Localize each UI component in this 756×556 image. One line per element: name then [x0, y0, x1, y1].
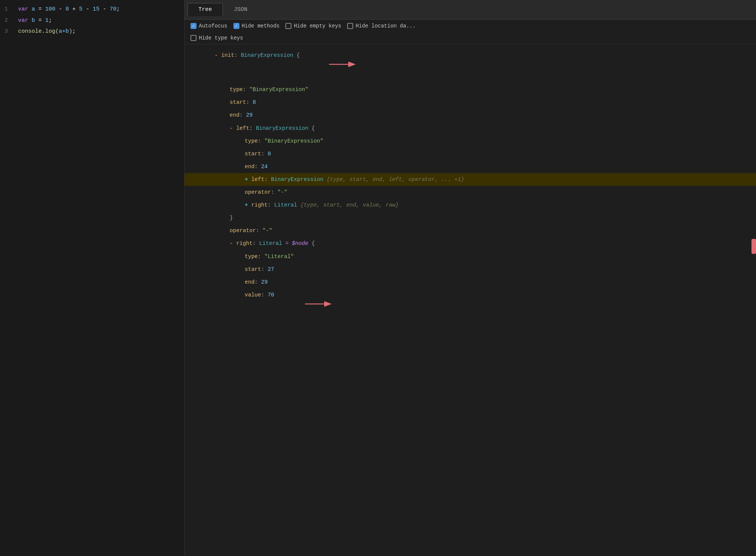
- checkbox-hide-methods[interactable]: ✓: [233, 23, 239, 29]
- arrow-annotation-1: [303, 50, 359, 82]
- plus-right-collapsed[interactable]: +: [245, 200, 248, 210]
- option-hide-location-data[interactable]: Hide location da...: [347, 23, 416, 29]
- dot: .: [42, 28, 45, 35]
- option-hide-methods-label: Hide methods: [242, 23, 280, 29]
- tree-row-left-collapsed: + left : BinaryExpression {type, start, …: [184, 173, 756, 186]
- colon-end-2: :: [255, 162, 261, 172]
- line-number-3: 3: [5, 27, 14, 36]
- colon-end-literal: :: [255, 277, 261, 287]
- arrow-svg-1: [329, 60, 359, 68]
- option-hide-type-keys-label: Hide type keys: [199, 35, 243, 41]
- val-type-1: "BinaryExpression": [249, 85, 308, 94]
- key-init: init: [218, 50, 235, 60]
- colon-operator-2: :: [256, 226, 262, 235]
- op-minus1: -: [55, 6, 66, 12]
- tree-row-init: - init : BinaryExpression {: [184, 49, 756, 83]
- checkbox-hide-empty-keys[interactable]: [285, 23, 291, 29]
- type-binary-expr-2: BinaryExpression: [256, 123, 308, 133]
- key-operator-1: operator: [245, 187, 271, 197]
- colon-right: :: [253, 239, 259, 248]
- log-fn: log: [45, 28, 55, 35]
- tree-row-end-2: end : 24: [184, 160, 756, 173]
- colon-type-1: :: [243, 85, 249, 94]
- editor-panel: 1 var a = 100 - 8 + 5 - 15 - 70; 2 var b…: [0, 0, 184, 556]
- colon-left-1: :: [249, 123, 256, 133]
- options-bar: ✓ Autofocus ✓ Hide methods Hide empty ke…: [184, 20, 756, 44]
- option-hide-type-keys[interactable]: Hide type keys: [191, 35, 750, 41]
- code-content-2: var b = 1;: [18, 16, 52, 26]
- semicolon2: ;: [49, 17, 52, 24]
- tree-row-start-literal: start : 27: [184, 263, 756, 276]
- ast-panel: Tree JSON ✓ Autofocus ✓ Hide methods Hid…: [184, 0, 756, 556]
- key-right: right: [233, 239, 253, 248]
- tab-bar: Tree JSON: [184, 0, 756, 20]
- collapsed-hint-left: {type, start, end, left, operator, ... +…: [323, 175, 464, 184]
- op-minus3: -: [99, 6, 110, 12]
- key-right-collapsed: right: [248, 200, 268, 210]
- num-5: 5: [79, 6, 82, 12]
- tree-row-end-literal: end : 29: [184, 276, 756, 289]
- args: a+b: [59, 28, 69, 35]
- option-hide-empty-keys-label: Hide empty keys: [294, 23, 341, 29]
- console-obj: console: [18, 28, 42, 35]
- tree-content[interactable]: - init : BinaryExpression { type :: [184, 44, 756, 556]
- plus-left-collapsed[interactable]: +: [245, 175, 248, 184]
- checkbox-hide-type-keys[interactable]: [191, 35, 197, 41]
- colon-start-2: :: [261, 149, 268, 159]
- minus-left-1[interactable]: -: [230, 123, 233, 133]
- val-end-1: 29: [246, 110, 253, 120]
- brace-open-1: {: [293, 50, 300, 60]
- key-operator-2: operator: [230, 226, 256, 235]
- key-end-1: end: [230, 110, 239, 120]
- val-end-literal: 29: [261, 277, 268, 287]
- num-100: 100: [45, 6, 55, 12]
- option-autofocus-label: Autofocus: [199, 23, 227, 29]
- tree-row-start-2: start : 8: [184, 147, 756, 160]
- tree-row-value-70: value : 70: [184, 289, 756, 323]
- arrow-svg-70: [305, 300, 335, 308]
- semicolon1: ;: [116, 6, 120, 12]
- minus-init[interactable]: -: [215, 50, 218, 60]
- colon-left-collapsed: :: [264, 175, 271, 184]
- paren-close: ): [69, 28, 72, 35]
- val-start-2: 8: [268, 149, 271, 159]
- keyword-var2: var: [18, 17, 32, 24]
- colon-right-collapsed: :: [268, 200, 274, 210]
- key-end-literal: end: [245, 277, 255, 287]
- num-15: 15: [93, 6, 99, 12]
- brace-close-1: }: [230, 213, 233, 223]
- checkbox-autofocus[interactable]: ✓: [191, 23, 197, 29]
- colon-type-literal: :: [258, 252, 264, 261]
- arrow-annotation-70: [279, 290, 335, 321]
- key-start-2: start: [245, 149, 261, 159]
- tab-json[interactable]: JSON: [223, 3, 258, 16]
- brace-open-right: {: [308, 239, 315, 248]
- val-start-1: 8: [253, 97, 256, 107]
- checkbox-hide-location-data[interactable]: [347, 23, 353, 29]
- code-line-3: 3 console.log(a+b);: [0, 26, 184, 37]
- key-left-collapsed: left: [248, 175, 265, 184]
- tree-row-left-1: - left : BinaryExpression {: [184, 122, 756, 135]
- option-hide-methods[interactable]: ✓ Hide methods: [233, 23, 280, 29]
- tab-tree[interactable]: Tree: [187, 3, 223, 16]
- colon-start-literal: :: [261, 264, 268, 274]
- colon-end-1: :: [239, 110, 246, 120]
- colon-init: :: [234, 50, 241, 60]
- key-type-1: type: [230, 85, 243, 94]
- tree-row-end-1: end : 29: [184, 109, 756, 122]
- minus-right[interactable]: -: [230, 239, 233, 248]
- tree-row-brace-close-1: }: [184, 211, 756, 224]
- key-value-70: value: [245, 290, 261, 300]
- option-hide-location-data-label: Hide location da...: [355, 23, 416, 29]
- num-1: 1: [45, 17, 49, 24]
- option-hide-empty-keys[interactable]: Hide empty keys: [285, 23, 341, 29]
- key-start-1: start: [230, 97, 246, 107]
- key-type-literal: type: [245, 252, 258, 261]
- type-literal: Literal: [259, 239, 282, 248]
- tree-row-start-1: start : 8: [184, 96, 756, 109]
- code-line-2: 2 var b = 1;: [0, 15, 184, 26]
- scrollbar-thumb[interactable]: [751, 239, 756, 254]
- option-autofocus[interactable]: ✓ Autofocus: [191, 23, 227, 29]
- tree-row-right-literal: - right : Literal = $node {: [184, 237, 756, 250]
- type-binary-expr-1: BinaryExpression: [241, 50, 293, 60]
